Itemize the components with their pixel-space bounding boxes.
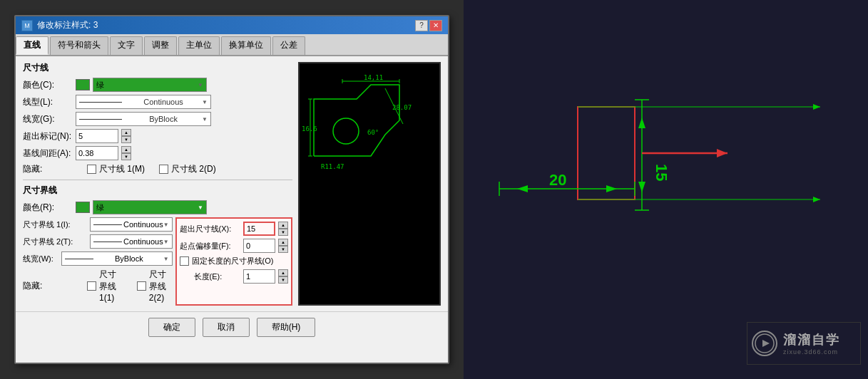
dimline1-label: 尺寸线 1(M): [99, 163, 145, 175]
linetype-select[interactable]: Continuous ▼: [76, 95, 211, 109]
extend-up[interactable]: ▲: [121, 129, 131, 136]
fixed-length-checkbox-label: 固定长度的尺寸界线(O): [180, 256, 274, 266]
baseline-input[interactable]: 0.38: [76, 146, 118, 160]
length-spinner: ▲ ▼: [278, 269, 288, 284]
overextend-down[interactable]: ▼: [278, 229, 288, 236]
ext-color-label: 颜色(R):: [23, 202, 73, 214]
color-dropdown-arrow: ▼: [198, 82, 203, 88]
tab-adjust[interactable]: 调整: [144, 36, 177, 55]
overextend-up[interactable]: ▲: [278, 222, 288, 229]
baseline-row: 基线间距(A): 0.38 ▲ ▼: [23, 146, 292, 160]
offset-label: 起点偏移量(F):: [180, 241, 240, 251]
ext-linetype1-row: 尺寸界线 1(I): Continuous ▼: [23, 217, 173, 232]
baseline-up[interactable]: ▲: [121, 146, 131, 153]
dialog-icon: M: [21, 20, 33, 31]
ext-linetype2-select[interactable]: Continuous ▼: [90, 234, 173, 249]
length-up[interactable]: ▲: [278, 269, 288, 276]
offset-down[interactable]: ▼: [278, 246, 288, 253]
tab-primary[interactable]: 主单位: [178, 36, 220, 55]
dimline2-checkbox[interactable]: [159, 165, 168, 174]
dialog-content: 尺寸线 颜色(C): 绿 ▼ 线型(L): Continuous: [16, 56, 448, 311]
dimline1-checkbox-label: 尺寸线 1(M): [87, 163, 145, 175]
extend-input[interactable]: 5: [76, 129, 118, 143]
svg-text:16.6: 16.6: [302, 125, 317, 133]
offset-up[interactable]: ▲: [278, 239, 288, 246]
color-select[interactable]: 绿 ▼: [93, 78, 207, 92]
overextend-row: 超出尺寸线(X): ▲ ▼: [180, 222, 288, 236]
dialog-tabs: 直线 符号和箭头 文字 调整 主单位 换算单位 公差: [16, 34, 448, 56]
dimline2-checkbox-label: 尺寸线 2(D): [159, 163, 216, 175]
help-titlebar-button[interactable]: ?: [415, 20, 428, 31]
fixed-length-label: 固定长度的尺寸界线(O): [192, 256, 274, 266]
svg-text:15: 15: [653, 164, 670, 181]
ext-linetype2-label: 尺寸界线 2(T):: [23, 237, 87, 247]
extend-down[interactable]: ▼: [121, 136, 131, 143]
length-input[interactable]: [243, 269, 275, 284]
titlebar-left: M 修改标注样式: 3: [21, 19, 98, 31]
ext-color-arrow: ▼: [198, 204, 203, 211]
linetype-label: 线型(L):: [23, 96, 73, 108]
dialog-area: M 修改标注样式: 3 ? ✕ 直线 符号和箭头 文字 调整 主单位 换算单位 …: [0, 0, 464, 379]
lineweight-row: 线宽(G): ByBlock ▼: [23, 112, 292, 126]
logo-play-icon: [755, 333, 775, 353]
ok-button[interactable]: 确定: [148, 318, 195, 337]
length-down[interactable]: ▼: [278, 276, 288, 284]
ext-color-select[interactable]: 绿 ▼: [93, 200, 207, 214]
extend-row: 超出标记(N): 5 ▲ ▼: [23, 129, 292, 143]
offset-spinner: ▲ ▼: [278, 239, 288, 253]
ext-linetype2-value: Continuous: [123, 237, 163, 246]
color-select-value: 绿: [96, 80, 104, 90]
length-label: 长度(E):: [194, 271, 240, 282]
two-col-layout: 尺寸线 颜色(C): 绿 ▼ 线型(L): Continuous: [23, 62, 441, 306]
dimline-section-title: 尺寸线: [23, 62, 292, 74]
lineweight-label: 线宽(G):: [23, 113, 73, 125]
modify-dim-style-dialog: M 修改标注样式: 3 ? ✕ 直线 符号和箭头 文字 调整 主单位 换算单位 …: [14, 15, 449, 364]
help-button[interactable]: 帮助(H): [257, 318, 316, 337]
ext-left-col: 尺寸界线 1(I): Continuous ▼ 尺寸界线 2(T):: [23, 217, 173, 306]
ext-hide2-checkbox[interactable]: [137, 281, 146, 291]
ext-hide-row: 隐藏: 尺寸界线 1(1) 尺寸界线 2(2): [23, 269, 173, 303]
tab-alternate[interactable]: 换算单位: [221, 36, 271, 55]
svg-marker-35: [762, 340, 770, 347]
fixed-length-checkbox[interactable]: [180, 256, 189, 266]
offset-input[interactable]: [243, 239, 275, 253]
dimline1-checkbox[interactable]: [87, 165, 96, 174]
ext-color-value: 绿: [96, 202, 104, 213]
ext-lineweight-select[interactable]: ByBlock ▼: [61, 251, 173, 266]
tab-dimline[interactable]: 直线: [16, 36, 48, 55]
hide-label: 隐藏:: [23, 163, 73, 175]
lineweight-value: ByBlock: [149, 115, 178, 123]
ext-linetype1-arrow: ▼: [163, 222, 169, 228]
ext-lineweight-label: 线宽(W):: [23, 254, 58, 264]
ext-linetype1-select[interactable]: Continuous ▼: [90, 217, 173, 232]
logo-main-text: 溜溜自学: [783, 331, 840, 348]
ext-hide1-checkbox[interactable]: [87, 281, 96, 291]
fixed-length-row: 固定长度的尺寸界线(O): [180, 256, 288, 266]
preview-canvas: 14,11 16.6 28.07 R11.47: [300, 63, 441, 177]
overextend-input[interactable]: [243, 222, 275, 236]
svg-text:60°: 60°: [367, 129, 379, 136]
ext-lineweight-value: ByBlock: [115, 254, 143, 263]
tab-symbols[interactable]: 符号和箭头: [50, 36, 108, 55]
close-button[interactable]: ✕: [429, 20, 442, 31]
section-divider: [23, 180, 292, 180]
lineweight-arrow: ▼: [202, 116, 208, 123]
svg-text:20: 20: [549, 171, 566, 189]
cancel-button[interactable]: 取消: [203, 318, 250, 337]
tab-tolerance[interactable]: 公差: [272, 36, 305, 55]
baseline-down[interactable]: ▼: [121, 153, 131, 160]
extend-label: 超出标记(N):: [23, 130, 73, 142]
offset-row: 起点偏移量(F): ▲ ▼: [180, 239, 288, 253]
ext-hide1-text: 尺寸界线 1(1): [99, 269, 123, 303]
dialog-buttons: 确定 取消 帮助(H): [16, 311, 448, 343]
ext-linetype1-value: Continuous: [123, 220, 163, 229]
extend-spinner: ▲ ▼: [121, 129, 131, 143]
titlebar-buttons: ? ✕: [415, 20, 442, 31]
tab-text[interactable]: 文字: [110, 36, 143, 55]
preview-svg: 14,11 16.6 28.07 R11.47: [300, 63, 441, 177]
lineweight-select[interactable]: ByBlock ▼: [76, 112, 211, 126]
color-row: 颜色(C): 绿 ▼: [23, 78, 292, 92]
color-swatch: [76, 79, 90, 90]
logo-area: 溜溜自学 zixue.3d66.com: [747, 322, 861, 365]
svg-text:R11.47: R11.47: [321, 163, 344, 170]
